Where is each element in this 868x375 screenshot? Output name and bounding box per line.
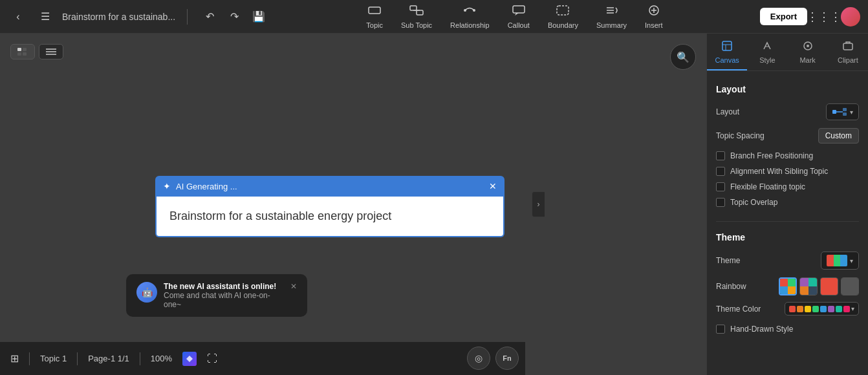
theme-color-swatch[interactable]: ▾ — [785, 302, 859, 316]
tool-topic[interactable]: Topic — [357, 2, 392, 32]
ai-generating-label: AI Generating ... — [176, 182, 237, 191]
brand-logo — [182, 352, 197, 366]
right-panel-tabs: Canvas Style Mark Clipart — [707, 34, 868, 71]
toast-text: The new AI assistant is online! Come and… — [164, 282, 284, 309]
boundary-icon — [556, 5, 570, 19]
theme-select[interactable]: ▾ — [821, 252, 859, 270]
canvas-area[interactable]: 🔍 ✦ AI Generating ... ✕ Brainstorm for a… — [0, 34, 706, 375]
tool-subtopic[interactable]: Sub Topic — [392, 2, 441, 32]
theme-color-row: Theme Color ▾ — [716, 302, 859, 316]
ai-close-button[interactable]: ✕ — [489, 181, 497, 191]
svg-rect-29 — [832, 110, 836, 114]
alignment-label: Alignment With Sibling Topic — [730, 167, 828, 176]
topbar-right: Export ⋮⋮⋮ — [760, 6, 860, 27]
svg-rect-18 — [23, 52, 27, 56]
grid-view-button[interactable] — [10, 44, 35, 59]
svg-rect-31 — [843, 108, 847, 111]
canvas-tab-icon — [721, 40, 733, 54]
color-chevron-icon: ▾ — [851, 305, 854, 312]
svg-rect-6 — [513, 6, 525, 13]
color-dots — [789, 306, 850, 312]
flexible-checkbox[interactable] — [716, 182, 725, 191]
topic-overlap-row: Topic Overlap — [716, 198, 859, 207]
layout-section-title: Layout — [716, 84, 859, 94]
svg-rect-1 — [410, 6, 417, 10]
toast-close-button[interactable]: ✕ — [290, 282, 297, 291]
feedback-button[interactable]: ◎ — [467, 347, 490, 370]
tab-canvas[interactable]: Canvas — [707, 34, 747, 70]
search-button[interactable]: 🔍 — [670, 44, 696, 70]
tab-style[interactable]: Style — [747, 34, 787, 70]
clipart-tab-icon — [842, 40, 854, 54]
tab-clipart[interactable]: Clipart — [828, 34, 868, 70]
right-panel: Canvas Style Mark Clipart — [706, 34, 868, 375]
hand-drawn-checkbox[interactable] — [716, 325, 725, 334]
fn-button[interactable]: Fn — [495, 347, 519, 370]
svg-point-4 — [464, 9, 466, 12]
branch-free-row: Branch Free Positioning — [716, 151, 859, 160]
toast-line2: Come and chat with AI one-on-one~ — [164, 291, 284, 309]
tab-mark[interactable]: Mark — [788, 34, 828, 70]
separator — [187, 9, 188, 25]
tool-relationship[interactable]: Relationship — [441, 2, 499, 32]
minimap-icon[interactable]: ⊞ — [10, 352, 19, 365]
undo-button[interactable]: ↶ — [199, 6, 220, 27]
flexible-row: Flexible Floating topic — [716, 182, 859, 191]
user-avatar[interactable] — [841, 7, 860, 27]
theme-section-title: Theme — [716, 232, 859, 242]
topic-overlap-checkbox[interactable] — [716, 198, 725, 207]
history-actions: ↶ ↷ 💾 — [199, 6, 269, 27]
tool-summary[interactable]: Summary — [587, 2, 636, 32]
ai-header-left: ✦ AI Generating ... — [163, 181, 237, 191]
zoom-level: 100% — [151, 354, 172, 363]
save-button[interactable]: 💾 — [248, 6, 269, 27]
tool-boundary[interactable]: Boundary — [539, 2, 587, 32]
topic-overlap-label: Topic Overlap — [730, 198, 777, 207]
theme-row: Theme ▾ — [716, 252, 859, 270]
tool-callout[interactable]: Callout — [499, 2, 539, 32]
style-tab-icon — [761, 40, 773, 54]
svg-point-27 — [807, 45, 809, 47]
topic-spacing-row: Topic Spacing Custom — [716, 128, 859, 144]
ai-header: ✦ AI Generating ... ✕ — [155, 176, 505, 197]
rainbow-opt-3[interactable] — [820, 277, 838, 295]
topic-icon — [367, 5, 382, 19]
callout-icon — [512, 5, 526, 19]
bb-separator — [29, 352, 30, 365]
bottombar: ⊞ Topic 1 Page-1 1/1 100% ⛶ — [0, 341, 525, 375]
alignment-checkbox[interactable] — [716, 167, 725, 176]
branch-free-checkbox[interactable] — [716, 151, 725, 160]
toast-line1: The new AI assistant is online! — [164, 282, 284, 291]
rainbow-opt-4[interactable] — [841, 277, 859, 295]
page-label: Page-1 1/1 — [88, 354, 129, 363]
list-view-button[interactable] — [39, 44, 63, 59]
rainbow-opt-2[interactable] — [799, 277, 818, 295]
fullscreen-button[interactable]: ⛶ — [207, 353, 217, 365]
layout-select[interactable]: ▾ — [826, 103, 859, 120]
svg-rect-2 — [417, 10, 423, 15]
rainbow-options — [779, 277, 859, 295]
summary-icon — [605, 5, 619, 19]
menu-button[interactable]: ☰ — [35, 6, 56, 27]
topbar-left: ‹ ☰ Brainstorm for a sustainab... ↶ ↷ 💾 — [8, 6, 269, 27]
tool-insert[interactable]: Insert — [636, 2, 672, 32]
svg-point-5 — [473, 9, 475, 12]
redo-button[interactable]: ↷ — [224, 6, 244, 27]
svg-rect-15 — [17, 48, 21, 51]
branch-free-label: Branch Free Positioning — [730, 151, 813, 160]
panel-collapse-button[interactable]: › — [532, 191, 545, 217]
rainbow-opt-1[interactable] — [779, 277, 797, 295]
custom-spacing-button[interactable]: Custom — [818, 128, 859, 144]
svg-rect-0 — [369, 7, 380, 14]
toast-notification: 🤖 The new AI assistant is online! Come a… — [126, 274, 307, 317]
rainbow-label: Rainbow — [716, 282, 746, 291]
back-button[interactable]: ‹ — [8, 6, 28, 27]
right-panel-body: Layout Layout ▾ Topic Spacing Custom Bra… — [707, 71, 868, 344]
grid-button[interactable]: ⋮⋮⋮ — [814, 6, 834, 27]
topic-spacing-label: Topic Spacing — [716, 131, 765, 140]
bb-separator3 — [140, 352, 140, 365]
svg-rect-16 — [23, 48, 27, 51]
topbar: ‹ ☰ Brainstorm for a sustainab... ↶ ↷ 💾 … — [0, 0, 868, 34]
export-button[interactable]: Export — [760, 8, 807, 25]
bb-right-buttons: ◎ Fn — [467, 347, 519, 370]
